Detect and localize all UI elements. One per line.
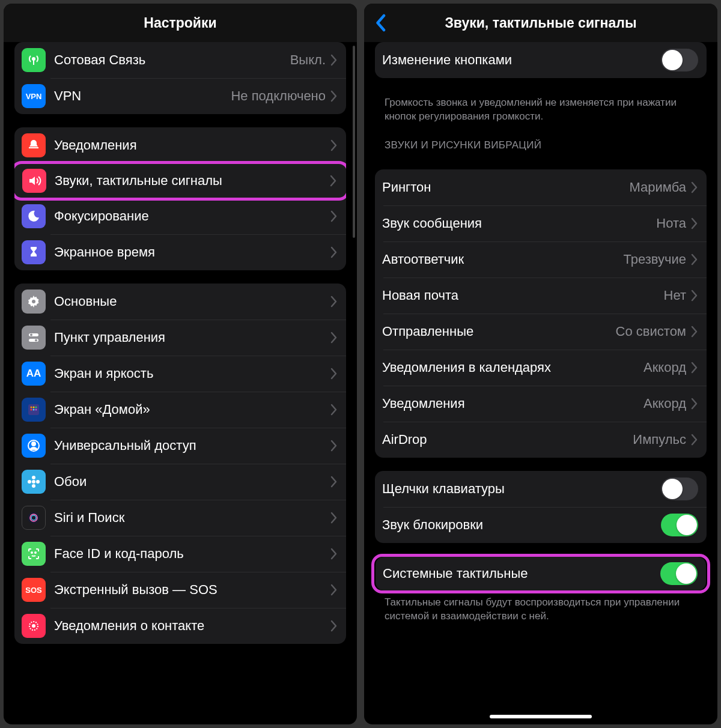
row-notifications[interactable]: Уведомления [14, 127, 346, 163]
chevron-right-icon [330, 476, 338, 488]
row-label: Фокусирование [54, 208, 330, 224]
chevron-right-icon [330, 368, 338, 380]
row-sos[interactable]: SOS Экстренный вызов — SOS [14, 572, 346, 608]
highlight-frame: Системные тактильные [371, 554, 710, 593]
sounds-screen: Звуки, тактильные сигналы Изменение кноп… [364, 4, 717, 724]
row-display[interactable]: AA Экран и яркость [14, 356, 346, 392]
sounds-group: Рингтон Маримба Звук сообщения Нота Авто… [375, 169, 707, 458]
settings-screen: Настройки Сотовая Связь Выкл. VPN VPN Не… [4, 4, 357, 724]
chevron-right-icon [691, 253, 698, 265]
chevron-right-icon [330, 210, 338, 222]
settings-group: Сотовая Связь Выкл. VPN VPN Не подключен… [14, 42, 346, 114]
change-with-buttons-toggle[interactable] [661, 49, 698, 71]
row-vpn[interactable]: VPN VPN Не подключено [14, 78, 346, 114]
svg-point-7 [35, 339, 37, 342]
notifications-icon [22, 133, 46, 157]
vpn-icon: VPN [22, 84, 46, 108]
back-button[interactable] [369, 4, 392, 42]
row-value: Маримба [629, 180, 686, 195]
screentime-icon [22, 240, 46, 264]
row-faceid[interactable]: Face ID и код-пароль [14, 536, 346, 572]
volume-group: Изменение кнопками [375, 42, 707, 78]
chevron-right-icon [691, 217, 698, 229]
row-label: Новая почта [382, 288, 664, 303]
keyboard-clicks-toggle[interactable] [661, 478, 698, 500]
row-calendar[interactable]: Уведомления в календарях Аккорд [375, 350, 707, 386]
row-text-tone[interactable]: Звук сообщения Нота [375, 205, 707, 241]
svg-point-0 [32, 58, 35, 60]
svg-point-17 [32, 480, 35, 484]
row-airdrop[interactable]: AirDrop Импульс [375, 422, 707, 458]
row-label: Уведомления [382, 396, 643, 411]
row-general[interactable]: Основные [14, 284, 346, 320]
section-footer: Тактильные сигналы будут воспроизводитьс… [375, 591, 707, 623]
row-label: Универсальный доступ [54, 438, 330, 453]
accessibility-icon [22, 434, 46, 458]
row-value: Со свистом [616, 324, 686, 339]
system-haptics-toggle[interactable] [660, 562, 698, 585]
svg-point-3 [32, 300, 35, 303]
svg-point-19 [32, 484, 35, 488]
row-label: Основные [54, 294, 330, 309]
row-label: Пункт управления [54, 330, 330, 345]
lock-sound-toggle[interactable] [661, 514, 698, 536]
row-change-with-buttons[interactable]: Изменение кнопками [375, 42, 707, 78]
svg-point-22 [28, 512, 40, 524]
row-value: Аккорд [643, 396, 686, 411]
row-value: Выкл. [290, 52, 326, 68]
row-system-haptics[interactable]: Системные тактильные [376, 557, 706, 590]
svg-point-18 [32, 476, 35, 479]
row-label: Системные тактильные [383, 566, 660, 581]
row-new-mail[interactable]: Новая почта Нет [375, 278, 707, 314]
wallpaper-icon [22, 470, 46, 494]
row-label: Автоответчик [382, 252, 624, 267]
row-lock-sound[interactable]: Звук блокировки [375, 507, 707, 543]
row-wallpaper[interactable]: Обои [14, 464, 346, 500]
row-label: Экран и яркость [54, 366, 330, 381]
row-cellular[interactable]: Сотовая Связь Выкл. [14, 42, 346, 78]
scrollbar[interactable] [353, 46, 355, 238]
svg-point-25 [31, 552, 32, 553]
svg-point-10 [33, 407, 35, 408]
row-focus[interactable]: Фокусирование [14, 198, 346, 234]
row-value: Аккорд [643, 360, 686, 375]
home-indicator[interactable] [490, 715, 592, 718]
row-keyboard-clicks[interactable]: Щелчки клавиатуры [375, 471, 707, 507]
row-label: Экранное время [54, 244, 330, 260]
chevron-right-icon [330, 404, 338, 416]
row-reminders[interactable]: Уведомления Аккорд [375, 386, 707, 422]
settings-group: Уведомления Звуки, тактильные сигналы Фо… [14, 127, 346, 270]
svg-point-9 [31, 407, 32, 408]
row-label: Рингтон [382, 180, 629, 195]
chevron-right-icon [330, 246, 338, 258]
row-value: Нота [656, 216, 686, 231]
svg-point-28 [32, 624, 35, 628]
chevron-right-icon [691, 290, 698, 302]
chevron-right-icon [330, 139, 338, 151]
chevron-right-icon [330, 584, 338, 596]
row-label: Звук блокировки [382, 517, 661, 533]
header: Звуки, тактильные сигналы [364, 4, 717, 42]
row-voicemail[interactable]: Автоответчик Трезвучие [375, 241, 707, 278]
row-label: Экран «Домой» [54, 402, 330, 417]
chevron-right-icon [330, 90, 338, 102]
svg-point-14 [35, 409, 37, 411]
row-accessibility[interactable]: Универсальный доступ [14, 428, 346, 464]
row-home-screen[interactable]: Экран «Домой» [14, 392, 346, 428]
row-value: Импульс [633, 432, 686, 447]
row-label: Щелчки клавиатуры [382, 481, 661, 497]
row-label: Face ID и код-пароль [54, 546, 330, 562]
row-label: Звуки, тактильные сигналы [55, 173, 330, 189]
row-control-center[interactable]: Пункт управления [14, 320, 346, 356]
control-center-icon [22, 326, 46, 350]
cellular-icon [22, 48, 46, 72]
row-contact-notif[interactable]: Уведомления о контакте [14, 608, 346, 644]
row-sent-mail[interactable]: Отправленные Со свистом [375, 314, 707, 350]
row-screentime[interactable]: Экранное время [14, 234, 346, 270]
row-value: Не подключено [231, 88, 326, 104]
row-siri[interactable]: Siri и Поиск [14, 500, 346, 536]
svg-point-26 [35, 552, 36, 553]
row-ringtone[interactable]: Рингтон Маримба [375, 169, 707, 205]
row-sounds[interactable]: Звуки, тактильные сигналы [15, 164, 345, 198]
chevron-right-icon [330, 620, 338, 632]
